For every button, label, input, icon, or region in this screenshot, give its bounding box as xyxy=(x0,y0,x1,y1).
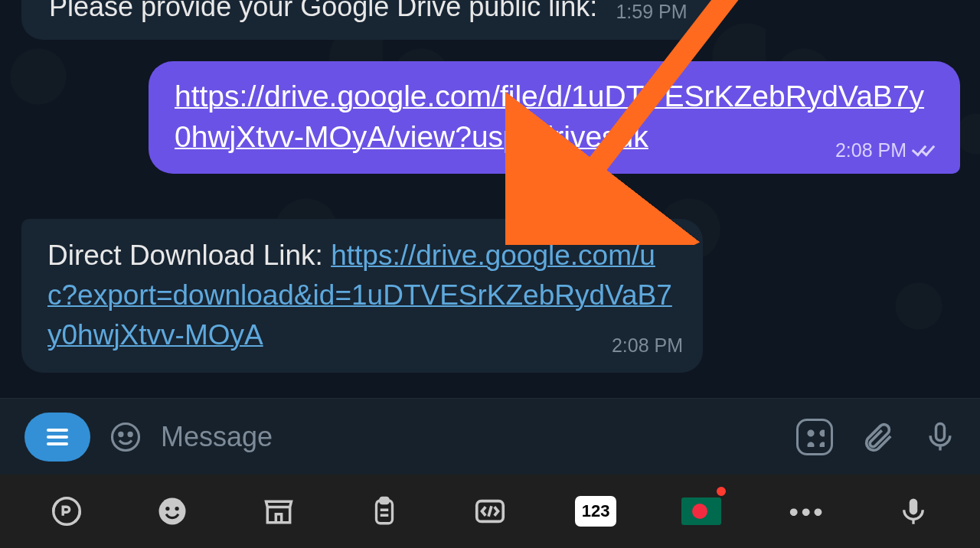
smile-icon xyxy=(109,421,142,453)
message-input[interactable]: Message xyxy=(161,421,779,453)
svg-point-7 xyxy=(166,507,170,510)
microphone-icon xyxy=(923,420,957,454)
flag-icon xyxy=(681,497,721,525)
voice-message-button[interactable] xyxy=(922,419,959,455)
stickers-grid-button[interactable] xyxy=(796,419,833,455)
clipboard-button[interactable] xyxy=(363,490,406,533)
read-receipt-icon xyxy=(913,143,937,157)
svg-point-3 xyxy=(129,432,132,435)
language-button[interactable] xyxy=(680,490,723,533)
smile-solid-icon xyxy=(156,495,188,527)
menu-icon xyxy=(47,429,68,445)
incoming-message[interactable]: Please provide your Google Drive public … xyxy=(21,0,710,40)
svg-rect-4 xyxy=(936,423,945,440)
svg-point-6 xyxy=(159,498,186,525)
message-link[interactable]: https://drive.google.com/file/d/1uDTVESr… xyxy=(175,80,924,153)
message-meta: 2:08 PM xyxy=(835,138,937,164)
num-label: 123 xyxy=(575,496,616,527)
clipboard-icon xyxy=(368,495,400,527)
svg-rect-12 xyxy=(910,498,918,514)
code-brackets-icon xyxy=(472,494,508,529)
svg-point-8 xyxy=(175,507,179,510)
bot-commands-button[interactable] xyxy=(24,413,90,462)
more-button[interactable]: ••• xyxy=(786,490,829,533)
message-time: 2:08 PM xyxy=(835,138,906,164)
store-icon xyxy=(262,494,296,528)
message-prefix: Direct Download Link: xyxy=(47,240,331,271)
keyboard-toolbar: 123 ••• xyxy=(0,475,980,548)
voice-typing-button[interactable] xyxy=(892,490,935,533)
emoji-button[interactable] xyxy=(107,419,144,455)
input-bar: Message xyxy=(0,398,980,475)
notification-dot-icon xyxy=(715,485,727,497)
svg-point-1 xyxy=(113,423,139,450)
numeric-keyboard-button[interactable]: 123 xyxy=(574,490,617,533)
outgoing-message[interactable]: https://drive.google.com/file/d/1uDTVESr… xyxy=(149,61,960,174)
emoji-keyboard-button[interactable] xyxy=(151,490,194,533)
text-sync-button[interactable] xyxy=(45,490,88,533)
chat-area: Please provide your Google Drive public … xyxy=(0,0,980,398)
paperclip-icon xyxy=(860,419,895,455)
stickers-keyboard-button[interactable] xyxy=(257,490,300,533)
text-rotate-icon xyxy=(49,494,84,529)
message-time: 2:08 PM xyxy=(612,332,683,359)
incoming-message[interactable]: Direct Download Link: https://drive.goog… xyxy=(21,219,703,373)
svg-point-2 xyxy=(119,432,122,435)
attach-button[interactable] xyxy=(859,419,896,455)
svg-rect-10 xyxy=(381,498,389,504)
message-text: Please provide your Google Drive public … xyxy=(49,0,597,22)
message-time: 1:59 PM xyxy=(616,1,687,22)
microphone-solid-icon xyxy=(897,495,929,527)
code-input-button[interactable] xyxy=(469,490,511,533)
